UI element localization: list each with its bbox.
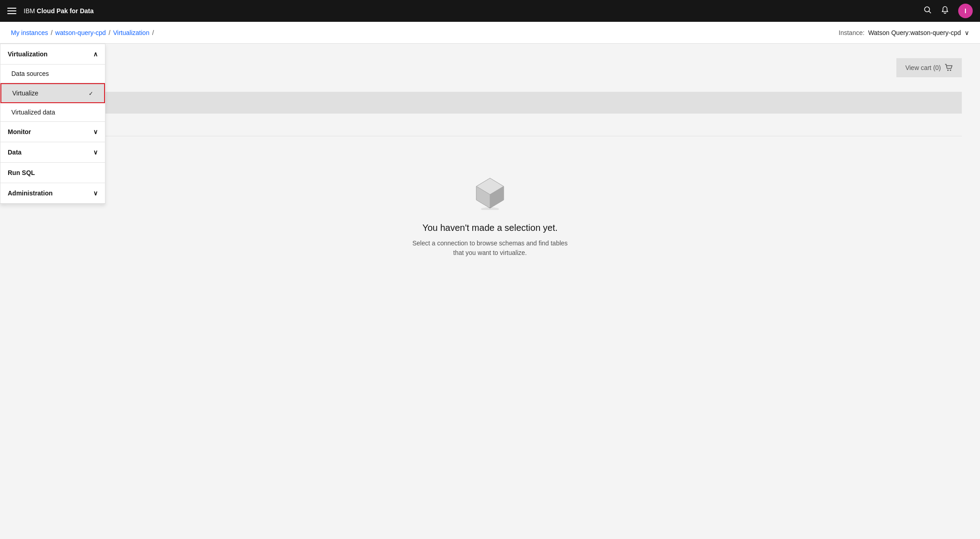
- breadcrumb-bar: My instances / watson-query-cpd / Virtua…: [0, 22, 980, 44]
- breadcrumb-sep-1: /: [51, 29, 53, 36]
- svg-point-5: [947, 70, 949, 71]
- svg-rect-2: [7, 13, 16, 14]
- sidebar-item-virtualize-label: Virtualize: [12, 90, 38, 97]
- sidebar-section-virtualization-chevron: [93, 50, 98, 58]
- breadcrumb: My instances / watson-query-cpd / Virtua…: [11, 29, 154, 36]
- sidebar-section-virtualization-label: Virtualization: [8, 50, 48, 58]
- app-brand: IBM Cloud Pak for Data: [24, 7, 924, 15]
- page-title-row: Virtualize ∧ View cart (0): [18, 58, 962, 77]
- sidebar-item-data-sources[interactable]: Data sources: [0, 65, 105, 83]
- sidebar-section-data[interactable]: Data: [0, 142, 105, 163]
- view-cart-label: View cart (0): [905, 64, 941, 71]
- top-nav-icons: I: [924, 4, 973, 18]
- svg-point-11: [481, 207, 499, 210]
- breadcrumb-my-instances[interactable]: My instances: [11, 29, 48, 36]
- sidebar-section-data-label: Data: [8, 149, 21, 156]
- breadcrumb-virtualization[interactable]: Virtualization: [113, 29, 150, 36]
- sidebar-dropdown: Virtualization Data sources Virtualize V…: [0, 44, 105, 204]
- sidebar-section-administration-label: Administration: [8, 190, 53, 197]
- cart-icon: [945, 64, 953, 72]
- svg-point-6: [950, 70, 951, 71]
- content-filter-bar: [18, 92, 962, 114]
- sidebar-item-virtualize-check: [89, 90, 93, 97]
- svg-point-3: [925, 7, 930, 12]
- svg-rect-0: [7, 8, 16, 9]
- empty-state-description: Select a connection to browse schemas an…: [408, 239, 572, 258]
- sidebar-section-run-sql[interactable]: Run SQL: [0, 163, 105, 183]
- breadcrumb-sep-3: /: [152, 29, 154, 36]
- breadcrumb-sep-2: /: [109, 29, 110, 36]
- hamburger-menu[interactable]: [7, 6, 16, 15]
- top-navigation: IBM Cloud Pak for Data I: [0, 0, 980, 22]
- sidebar-section-data-chevron: [93, 149, 98, 156]
- svg-line-4: [929, 11, 931, 13]
- sidebar-item-virtualize[interactable]: Virtualize: [0, 83, 105, 103]
- breadcrumb-watson-query[interactable]: watson-query-cpd: [55, 29, 106, 36]
- sidebar-item-data-sources-label: Data sources: [11, 70, 49, 77]
- instance-value: Watson Query:watson-query-cpd: [868, 29, 961, 36]
- notification-icon[interactable]: [941, 6, 949, 16]
- empty-state-icon: [472, 174, 508, 212]
- user-avatar[interactable]: I: [958, 4, 973, 18]
- page-area: Virtualize ∧ View cart (0): [0, 44, 980, 309]
- content-wrapper: You haven't made a selection yet. Select…: [0, 92, 962, 294]
- svg-rect-1: [7, 10, 16, 11]
- sidebar-section-monitor-label: Monitor: [8, 128, 31, 135]
- empty-state-title: You haven't made a selection yet.: [422, 223, 558, 233]
- sidebar-section-administration[interactable]: Administration: [0, 183, 105, 204]
- instance-selector[interactable]: Instance: Watson Query:watson-query-cpd …: [839, 29, 969, 36]
- sidebar-item-virtualized-data[interactable]: Virtualized data: [0, 103, 105, 122]
- sidebar-section-administration-chevron: [93, 190, 98, 197]
- sidebar-section-monitor-chevron: [93, 128, 98, 135]
- empty-state: You haven't made a selection yet. Select…: [18, 137, 962, 294]
- sidebar-item-virtualized-data-label: Virtualized data: [11, 109, 55, 116]
- sidebar-section-monitor[interactable]: Monitor: [0, 122, 105, 142]
- instance-label: Instance:: [839, 29, 865, 36]
- sidebar-section-virtualization[interactable]: Virtualization: [0, 44, 105, 65]
- content-table-bar: [18, 115, 962, 136]
- view-cart-button[interactable]: View cart (0): [896, 58, 962, 77]
- main-content: Virtualization Data sources Virtualize V…: [0, 44, 980, 309]
- instance-chevron-icon: ∨: [965, 29, 969, 36]
- sidebar-section-run-sql-label: Run SQL: [8, 169, 35, 176]
- search-icon[interactable]: [924, 6, 932, 16]
